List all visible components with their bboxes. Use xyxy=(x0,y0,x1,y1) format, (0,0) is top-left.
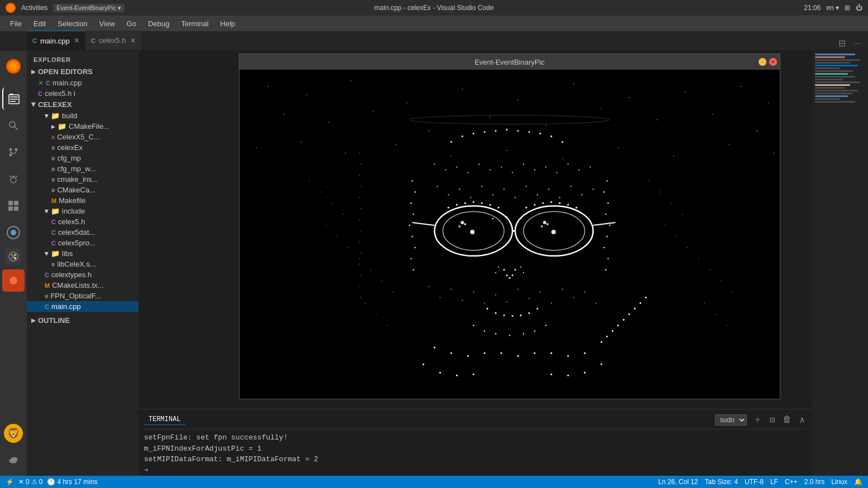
menu-debug[interactable]: Debug xyxy=(143,18,174,30)
tab-main-cpp[interactable]: C main.cpp × xyxy=(27,31,85,50)
menu-help[interactable]: Help xyxy=(216,18,240,30)
svg-point-197 xyxy=(462,300,463,301)
activity-firefox[interactable] xyxy=(2,55,25,78)
tree-item-fpn[interactable]: ≡ FPN_OpticalF... xyxy=(27,291,138,301)
svg-point-147 xyxy=(537,194,538,195)
app-indicator[interactable]: Event-EventBinaryPic ▾ xyxy=(53,4,124,12)
activity-account[interactable]: 🦁 xyxy=(2,422,25,444)
status-notifications[interactable]: 🔔 xyxy=(854,478,862,486)
language-label: C++ xyxy=(785,478,798,486)
tree-item-maincpp[interactable]: C main.cpp xyxy=(27,301,138,312)
menu-edit[interactable]: Edit xyxy=(29,18,50,30)
svg-point-161 xyxy=(534,204,535,206)
float-close-btn[interactable]: ✕ xyxy=(769,58,777,66)
tab-celex5h[interactable]: C celex5.h × xyxy=(85,31,142,50)
float-window-controls: – ✕ xyxy=(759,58,777,66)
sidebar-celexex-header[interactable]: ▶ CELEXEX xyxy=(27,99,138,110)
tree-item-libs[interactable]: ▶ 📁 libs xyxy=(27,248,138,259)
terminal-add-icon[interactable]: ＋ xyxy=(751,412,764,427)
tree-item-celex5c[interactable]: ≡ CelexX5_C... xyxy=(27,132,138,142)
tree-item-celex5h[interactable]: C celex5.h xyxy=(27,216,138,227)
status-position[interactable]: Ln 26, Col 12 xyxy=(658,478,698,486)
svg-point-190 xyxy=(629,313,630,315)
status-clock[interactable]: 2.0 hrs xyxy=(804,478,825,486)
minimap-line xyxy=(815,73,848,75)
activities-button[interactable]: Activities xyxy=(21,4,47,12)
close-icon[interactable]: ✕ xyxy=(38,79,44,87)
menu-terminal[interactable]: Terminal xyxy=(176,18,213,30)
clock-icon: 🕐 xyxy=(47,478,55,486)
svg-point-107 xyxy=(495,333,496,334)
svg-point-113 xyxy=(462,136,463,137)
svg-point-204 xyxy=(540,292,541,293)
status-time[interactable]: 🕐 4 hrs 17 mins xyxy=(47,478,97,486)
activity-palette[interactable] xyxy=(5,248,22,265)
svg-point-217 xyxy=(331,202,332,204)
activity-extensions[interactable] xyxy=(2,195,25,217)
system-time: 21:06 xyxy=(804,4,821,12)
activity-search[interactable] xyxy=(2,114,25,137)
open-file-celex5h[interactable]: C celex5.h i xyxy=(27,88,138,99)
sidebar-outline-header[interactable]: ▶ OUTLINE xyxy=(27,315,138,326)
open-file-main-cpp[interactable]: ✕ C main.cpp xyxy=(27,78,138,88)
svg-point-118 xyxy=(517,130,519,132)
svg-point-108 xyxy=(509,335,510,336)
svg-point-228 xyxy=(387,325,388,326)
status-line-ending[interactable]: LF xyxy=(770,478,778,486)
terminal-split-icon[interactable]: ⊟ xyxy=(768,413,777,427)
terminal-delete-icon[interactable]: 🗑 xyxy=(781,413,793,427)
status-language[interactable]: C++ xyxy=(785,478,798,486)
menu-go[interactable]: Go xyxy=(122,18,141,30)
svg-point-127 xyxy=(478,163,479,165)
menu-selection[interactable]: Selection xyxy=(53,18,92,30)
tree-item-cmakelists[interactable]: M CMakeLists.tx... xyxy=(27,280,138,291)
svg-point-45 xyxy=(256,147,257,148)
tree-item-celex5dat[interactable]: C celex5dat... xyxy=(27,227,138,238)
float-window-title[interactable]: Event-EventBinaryPic – ✕ xyxy=(239,54,780,70)
tree-item-celexex[interactable]: ≡ celexEx xyxy=(27,142,138,153)
sidebar-open-editors-header[interactable]: ▶ OPEN EDITORS xyxy=(27,66,138,78)
status-tabsize[interactable]: Tab Size: 4 xyxy=(705,478,738,486)
tree-item-cfgmpw[interactable]: ≡ cfg_mp_w... xyxy=(27,163,138,174)
activity-red-circle[interactable] xyxy=(2,269,25,292)
tree-item-cfgmp[interactable]: ≡ cfg_mp xyxy=(27,153,138,163)
svg-point-70 xyxy=(609,225,610,226)
terminal-tab[interactable]: TERMINAL xyxy=(144,414,185,425)
activity-remote[interactable] xyxy=(2,221,25,244)
float-window: Event-EventBinaryPic – ✕ xyxy=(239,54,780,399)
terminal-shell-select[interactable]: sudo xyxy=(715,414,747,426)
tree-item-cmakefile[interactable]: ▶ 📁 CMakeFile... xyxy=(27,121,138,132)
svg-point-116 xyxy=(495,130,497,132)
tree-item-libcelex[interactable]: ≡ libCeleX.s... xyxy=(27,259,138,269)
status-errors[interactable]: ✕ 0 ⚠ 0 xyxy=(18,478,42,486)
status-os[interactable]: Linux xyxy=(831,478,847,486)
activity-debug[interactable] xyxy=(2,168,25,190)
system-lang[interactable]: en ▾ xyxy=(826,4,839,12)
minimap-line xyxy=(815,81,860,83)
more-actions-icon[interactable]: ··· xyxy=(852,37,862,50)
tab-close-celex5h[interactable]: × xyxy=(130,36,135,45)
float-minimize-btn[interactable]: – xyxy=(759,58,766,66)
status-encoding[interactable]: UTF-8 xyxy=(745,478,764,486)
activity-bar: 🦁 xyxy=(0,51,27,476)
activity-git[interactable] xyxy=(2,141,25,163)
svg-point-77 xyxy=(461,221,464,224)
tree-item-makefile[interactable]: M Makefile xyxy=(27,195,138,206)
tree-item-build[interactable]: ▶ 📁 build xyxy=(27,110,138,121)
tree-item-celex5pro[interactable]: C celex5pro... xyxy=(27,238,138,248)
tree-item-cmake-ins[interactable]: ≡ cmake_ins... xyxy=(27,174,138,185)
activity-explorer[interactable] xyxy=(2,88,25,110)
status-remote[interactable]: ⚡ xyxy=(6,478,14,486)
svg-point-181 xyxy=(550,374,552,375)
minimap-line xyxy=(815,67,840,69)
menu-view[interactable]: View xyxy=(95,18,119,30)
terminal-header: TERMINAL sudo ＋ ⊟ 🗑 ∧ xyxy=(144,412,807,429)
menu-file[interactable]: File xyxy=(6,18,26,30)
tree-item-cmakeca[interactable]: ≡ CMakeCa... xyxy=(27,185,138,195)
tab-close-main-cpp[interactable]: × xyxy=(74,36,79,45)
terminal-maximize-icon[interactable]: ∧ xyxy=(798,413,807,427)
tree-item-include[interactable]: ▶ 📁 include xyxy=(27,206,138,216)
activity-settings[interactable] xyxy=(2,449,25,471)
split-editor-icon[interactable]: ⊟ xyxy=(837,36,847,50)
tree-item-celextypes[interactable]: C celextypes.h xyxy=(27,269,138,280)
